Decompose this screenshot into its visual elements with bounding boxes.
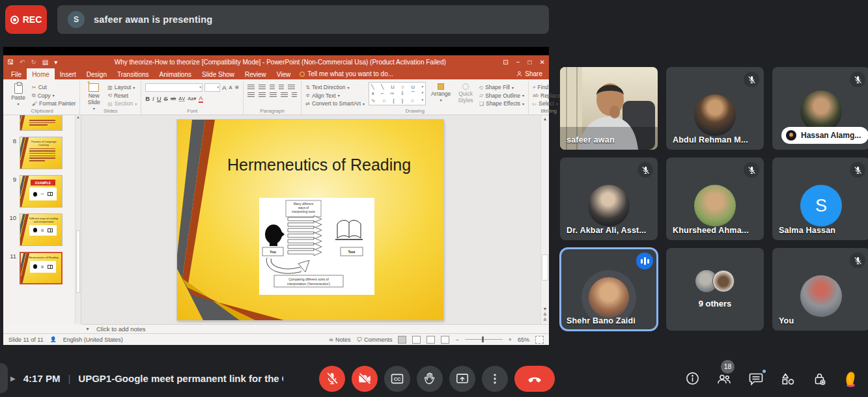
- grow-shrink-font[interactable]: AA ❋: [222, 84, 239, 91]
- tile-you[interactable]: You: [772, 248, 868, 331]
- bold-button[interactable]: B: [145, 95, 150, 102]
- convert-smartart-button[interactable]: ⇄Convert to SmartArt ▾: [305, 100, 365, 107]
- notes-toggle[interactable]: ≐ Notes: [329, 336, 351, 343]
- format-painter-button[interactable]: 🖌Format Painter: [32, 100, 76, 107]
- zoom-in-button[interactable]: +: [509, 336, 512, 343]
- save-icon[interactable]: 🖫: [7, 59, 14, 66]
- zoom-slider[interactable]: [465, 339, 503, 340]
- tile-others-group[interactable]: 9 others: [666, 248, 764, 331]
- qat-dropdown-icon[interactable]: ▾: [54, 59, 57, 66]
- align-text-button[interactable]: ≑Align Text ▾: [305, 92, 365, 99]
- shapes-gallery[interactable]: ╲╲⊔○⊔▴ ∧⌐⇨⇩⌒▾ ∿∩{}☆▾: [369, 82, 426, 105]
- italic-button[interactable]: I: [152, 95, 154, 102]
- slide-sorter-icon[interactable]: [412, 336, 421, 344]
- numbering-icon[interactable]: [259, 85, 266, 90]
- align-right-icon[interactable]: [270, 92, 277, 98]
- canvas-scrollbar[interactable]: ▲▼≙≚: [540, 115, 549, 324]
- font-size-combo[interactable]: [204, 83, 220, 92]
- zoom-level[interactable]: 65%: [518, 336, 529, 343]
- quick-styles-button[interactable]: Quick Styles: [456, 82, 475, 103]
- notes-placeholder[interactable]: Click to add notes: [96, 325, 146, 333]
- justify-icon[interactable]: [281, 92, 288, 98]
- cut-button[interactable]: ✂Cut: [32, 84, 76, 90]
- new-slide-button[interactable]: New Slide▾: [84, 82, 104, 111]
- activities-button[interactable]: [780, 371, 796, 387]
- chat-button[interactable]: [748, 371, 764, 387]
- tab-home[interactable]: Home: [27, 68, 55, 79]
- tell-me-box[interactable]: Tell me what you want to do...: [300, 68, 393, 79]
- slideshow-icon[interactable]: [441, 336, 449, 344]
- bullets-icon[interactable]: [247, 85, 255, 90]
- end-call-button[interactable]: [514, 366, 555, 392]
- start-slideshow-icon[interactable]: ▤: [42, 59, 48, 66]
- align-left-icon[interactable]: [247, 92, 255, 98]
- normal-view-icon[interactable]: [398, 336, 406, 344]
- restore-button[interactable]: □: [528, 59, 532, 66]
- more-options-button[interactable]: [482, 366, 508, 392]
- language-indicator[interactable]: English (United States): [63, 336, 123, 343]
- font-name-combo[interactable]: [145, 83, 203, 92]
- shape-fill-button[interactable]: ◇Shape Fill ▾: [479, 84, 524, 90]
- strike-abc-icon[interactable]: ab: [171, 96, 176, 102]
- slide-thumbnail-9[interactable]: 9 EXAMPLE⇨: [8, 175, 72, 208]
- shape-outline-button[interactable]: ▱Shape Outline ▾: [479, 92, 524, 99]
- slide-thumbnail-8[interactable]: 8 Theories of Language Learning: [8, 137, 72, 169]
- fit-to-window-icon[interactable]: [535, 336, 544, 344]
- tab-insert[interactable]: Insert: [55, 68, 81, 79]
- tile-khursheed-ahmad[interactable]: Khursheed Ahma...: [666, 157, 764, 240]
- tile-safeer-awan[interactable]: safeer awan: [560, 67, 658, 150]
- thumbnails-scrollbar[interactable]: ▲: [75, 115, 81, 324]
- camera-off-button[interactable]: [352, 366, 378, 392]
- line-spacing-icon[interactable]: [288, 85, 295, 90]
- change-case-button[interactable]: Aa▾: [188, 96, 196, 102]
- tile-shehr-bano-zaidi-speaking[interactable]: Shehr Bano Zaidi: [560, 248, 658, 331]
- arrange-button[interactable]: Arrange▾: [430, 82, 452, 102]
- clear-formatting-icon[interactable]: ❋: [235, 85, 240, 90]
- name-pill[interactable]: Hassan Alamg...: [781, 127, 868, 144]
- minimize-button[interactable]: −: [516, 59, 520, 66]
- undo-icon[interactable]: ↶: [20, 59, 25, 66]
- tab-review[interactable]: Review: [240, 68, 272, 79]
- decrease-indent-icon[interactable]: [270, 85, 275, 90]
- captions-button[interactable]: CC: [384, 366, 410, 392]
- slide-thumbnails-panel[interactable]: 8 Theories of Language Learning 9 EXAMPL…: [3, 115, 81, 324]
- align-center-icon[interactable]: [259, 92, 266, 98]
- shape-effects-button[interactable]: ❏Shape Effects ▾: [479, 100, 524, 107]
- columns-icon[interactable]: [292, 92, 297, 98]
- tab-slide-show[interactable]: Slide Show: [197, 68, 240, 79]
- tab-animations[interactable]: Animations: [154, 68, 197, 79]
- paste-button[interactable]: Paste▾: [8, 82, 28, 106]
- slide-thumbnail-11-selected[interactable]: 11 Hermeneutics of Reading≋: [8, 252, 72, 284]
- mic-off-button[interactable]: [319, 366, 345, 392]
- edge-handle[interactable]: [0, 363, 8, 393]
- copy-button[interactable]: ⧉Copy ▾: [32, 92, 76, 99]
- tab-file[interactable]: File: [6, 68, 27, 79]
- reset-button[interactable]: ⟲Reset: [107, 92, 137, 99]
- tab-view[interactable]: View: [272, 68, 296, 79]
- notes-collapse-icon[interactable]: ▼: [85, 327, 90, 331]
- tab-transitions[interactable]: Transitions: [112, 68, 154, 79]
- collapse-ribbon-icon[interactable]: ∧: [542, 108, 546, 113]
- ribbon-display-options-icon[interactable]: ⊡: [503, 59, 508, 66]
- present-screen-button[interactable]: [449, 366, 475, 392]
- section-button[interactable]: ▤Section ▾: [107, 100, 137, 107]
- tile-salma-hassan[interactable]: S Salma Hassan: [772, 157, 868, 240]
- meeting-details-button[interactable]: [685, 371, 700, 386]
- reading-view-icon[interactable]: [427, 336, 435, 344]
- comments-toggle[interactable]: 🗩 Comments: [356, 336, 392, 343]
- expand-arrow-icon[interactable]: ▶: [10, 375, 16, 382]
- tab-design[interactable]: Design: [81, 68, 112, 79]
- slide-thumbnail-7[interactable]: [8, 115, 72, 131]
- font-color-button[interactable]: A: [199, 94, 203, 103]
- accessibility-icon[interactable]: 👤: [50, 336, 57, 342]
- text-direction-button[interactable]: ⇅Text Direction ▾: [305, 84, 365, 90]
- tile-akbar-ali[interactable]: Dr. Akbar Ali, Asst...: [560, 157, 658, 240]
- char-spacing-button[interactable]: A̲V̲: [178, 96, 185, 102]
- close-button[interactable]: ✕: [540, 59, 545, 66]
- raise-hand-button[interactable]: [417, 366, 443, 392]
- zoom-out-button[interactable]: −: [455, 336, 458, 343]
- tile-abdul-rehman[interactable]: Abdul Rehman M...: [666, 67, 764, 150]
- ppt-share-button[interactable]: Share: [516, 68, 546, 79]
- notes-pane[interactable]: ▼ Click to add notes: [81, 324, 549, 333]
- people-button[interactable]: 18: [716, 371, 732, 387]
